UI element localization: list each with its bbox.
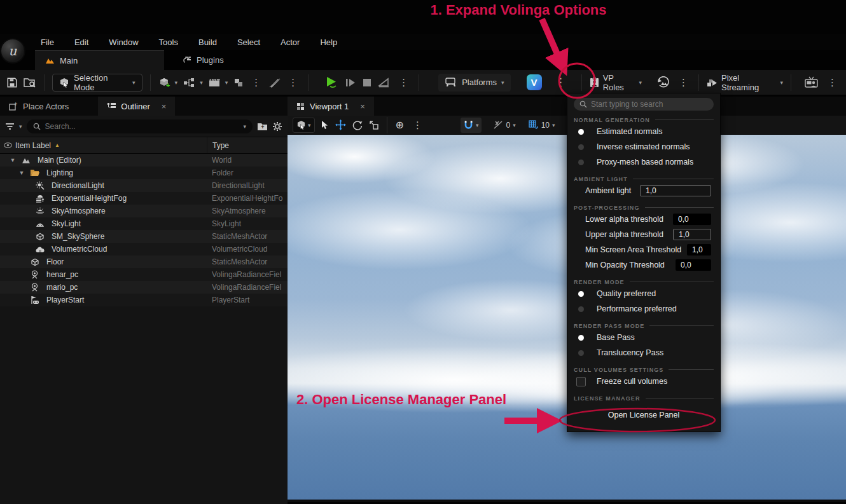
lower-alpha-input[interactable]: 0,0 — [673, 214, 711, 225]
option-base-pass[interactable]: Base Pass — [567, 330, 720, 345]
search-input[interactable] — [45, 122, 239, 131]
browse-content-icon[interactable] — [24, 77, 36, 88]
refresh-radiance-icon[interactable] — [656, 76, 670, 89]
tab-outliner-label: Outliner — [121, 102, 150, 111]
menu-select[interactable]: Select — [230, 36, 268, 49]
outliner-search-box[interactable]: ▾ — [27, 119, 253, 133]
tab-outliner[interactable]: Outliner × — [98, 97, 175, 116]
world-coordinates-icon[interactable]: ⊕ — [396, 119, 404, 131]
option-proxy-mesh-normals[interactable]: Proxy-mesh based normals — [567, 154, 720, 170]
min-opacity-input[interactable]: 0,0 — [676, 259, 711, 271]
rotate-tool-icon[interactable] — [352, 120, 363, 130]
volinga-options-kebab-icon[interactable]: ⋮ — [548, 77, 574, 88]
eye-icon[interactable] — [0, 142, 15, 148]
radiance-kebab-icon[interactable]: ⋮ — [676, 78, 691, 87]
outliner-row-playerstart[interactable]: PlayerStart PlayerStart — [0, 294, 288, 306]
gear-icon[interactable] — [272, 121, 282, 132]
outliner-row-skylight[interactable]: SkyLight SkyLight — [0, 217, 288, 230]
menu-build[interactable]: Build — [191, 36, 225, 49]
upper-alpha-input[interactable]: 1,0 — [673, 229, 711, 240]
paint-mode-button[interactable]: ⋮ — [269, 78, 300, 88]
stop-button[interactable] — [362, 78, 372, 88]
eject-button[interactable] — [378, 78, 391, 88]
column-type[interactable]: Type — [207, 137, 288, 153]
play-button[interactable] — [325, 76, 339, 89]
tab-plugins-label: Plugins — [197, 55, 224, 65]
outliner-row-heightfog[interactable]: ExponentialHeightFog ExponentialHeightFo — [0, 192, 288, 205]
option-performance-preferred[interactable]: Performance preferred — [567, 301, 720, 317]
cinematics-button[interactable]: ▾ — [209, 78, 228, 88]
save-icon[interactable] — [6, 77, 18, 88]
outliner-row-henar-pc[interactable]: henar_pc VolingaRadianceFiel — [0, 268, 288, 281]
tab-main-level[interactable]: Main — [35, 50, 164, 70]
outliner-row-mario-pc[interactable]: mario_pc VolingaRadianceFiel — [0, 281, 288, 294]
expand-arrow-icon[interactable]: ▼ — [9, 157, 17, 163]
toolbar-divider — [791, 74, 791, 91]
outliner-row-lighting[interactable]: ▼ Lighting Folder — [0, 167, 288, 179]
outliner-row-directionallight[interactable]: DirectionalLight DirectionalLight — [0, 179, 288, 192]
column-item-label[interactable]: Item Label ▲ — [15, 141, 207, 150]
menu-file[interactable]: File — [33, 36, 62, 49]
menu-edit[interactable]: Edit — [67, 36, 96, 49]
play-options-kebab-icon[interactable]: ⋮ — [396, 78, 411, 87]
menu-tools[interactable]: Tools — [151, 36, 186, 49]
chevron-down-icon[interactable]: ▾ — [19, 123, 22, 130]
viewport-kebab-icon[interactable]: ⋮ — [410, 120, 425, 130]
surface-snapping-button[interactable]: ▾ — [461, 118, 482, 133]
menu-search-input[interactable] — [591, 100, 708, 109]
menu-actor[interactable]: Actor — [273, 36, 307, 49]
chevron-down-icon: ▾ — [132, 79, 135, 86]
grid-snap-control[interactable]: 10 ▾ — [529, 120, 555, 130]
min-screen-area-input[interactable]: 1,0 — [687, 244, 711, 255]
chevron-down-icon[interactable]: ▾ — [243, 123, 246, 130]
pixel-streaming-dropdown[interactable]: Pixel Streaming ▾ — [707, 73, 783, 92]
option-estimated-normals[interactable]: Estimated normals — [567, 124, 720, 139]
vp-roles-dropdown[interactable]: VP Roles ▾ — [590, 73, 642, 92]
scale-tool-icon[interactable] — [369, 120, 378, 130]
broadcast-kebab-icon[interactable]: ⋮ — [825, 78, 840, 87]
option-inverse-estimated-normals[interactable]: Inverse estimated normals — [567, 139, 720, 154]
select-tool-icon[interactable] — [321, 120, 329, 130]
menu-help[interactable]: Help — [312, 36, 345, 49]
volinga-icon[interactable]: V — [527, 74, 542, 90]
outliner-row-skysphere[interactable]: SM_SkySphere StaticMeshActor — [0, 230, 288, 243]
broadcast-tv-icon[interactable] — [804, 76, 819, 88]
move-tool-icon[interactable] — [335, 119, 346, 130]
field-ambient-light: Ambient light 1,0 — [567, 183, 720, 198]
close-icon[interactable]: × — [360, 102, 365, 111]
editor-modes-button[interactable]: ⋮ — [233, 78, 263, 88]
checkbox-freeze-cull-volumes[interactable]: Freeze cull volumes — [567, 374, 720, 389]
blueprints-button[interactable]: ▾ — [183, 78, 203, 88]
option-translucency-pass[interactable]: Translucency Pass — [567, 345, 720, 360]
kebab-menu-icon[interactable]: ⋮ — [286, 78, 300, 87]
selection-mode-dropdown[interactable]: Selection Mode ▾ — [52, 74, 142, 92]
ambient-light-input[interactable]: 1,0 — [640, 185, 711, 196]
menu-window[interactable]: Window — [101, 36, 146, 49]
new-folder-icon[interactable]: + — [257, 122, 268, 131]
kebab-menu-icon[interactable]: ⋮ — [249, 78, 263, 87]
filter-icon[interactable] — [5, 123, 15, 130]
location-snap-control[interactable]: 0 ▾ — [493, 120, 515, 130]
transform-gizmo-dropdown[interactable]: ▾ — [293, 118, 315, 133]
tab-place-actors[interactable]: + Place Actors — [0, 97, 78, 116]
tab-plugins[interactable]: Plugins — [173, 50, 234, 70]
option-quality-preferred[interactable]: Quality preferred — [567, 286, 720, 301]
outliner-row-volumetriccloud[interactable]: VolumetricCloud VolumetricCloud — [0, 243, 288, 255]
add-actor-button[interactable]: + ▾ — [158, 77, 178, 88]
tab-viewport-1[interactable]: Viewport 1 × — [288, 97, 374, 116]
checkbox-icon[interactable] — [576, 377, 586, 386]
radio-unselected-icon — [578, 160, 584, 165]
section-render-mode: RENDER MODE — [574, 278, 714, 286]
open-license-panel-button[interactable]: Open License Panel — [567, 405, 720, 425]
toolbar-divider — [419, 74, 419, 91]
outliner-row-main[interactable]: ▼ Main (Editor) World — [0, 154, 288, 167]
outliner-row-floor[interactable]: Floor StaticMeshActor — [0, 255, 288, 268]
frame-skip-button[interactable] — [345, 78, 356, 88]
close-icon[interactable]: × — [162, 102, 167, 111]
pixel-streaming-icon — [707, 78, 718, 88]
outliner-row-skyatmosphere[interactable]: SkyAtmosphere SkyAtmosphere — [0, 205, 288, 217]
menu-search-box[interactable] — [574, 98, 714, 111]
section-post-processing: POST-PROCESSING — [574, 203, 714, 212]
platforms-dropdown[interactable]: Platforms ▾ — [438, 74, 510, 92]
expand-arrow-icon[interactable]: ▼ — [18, 170, 25, 176]
